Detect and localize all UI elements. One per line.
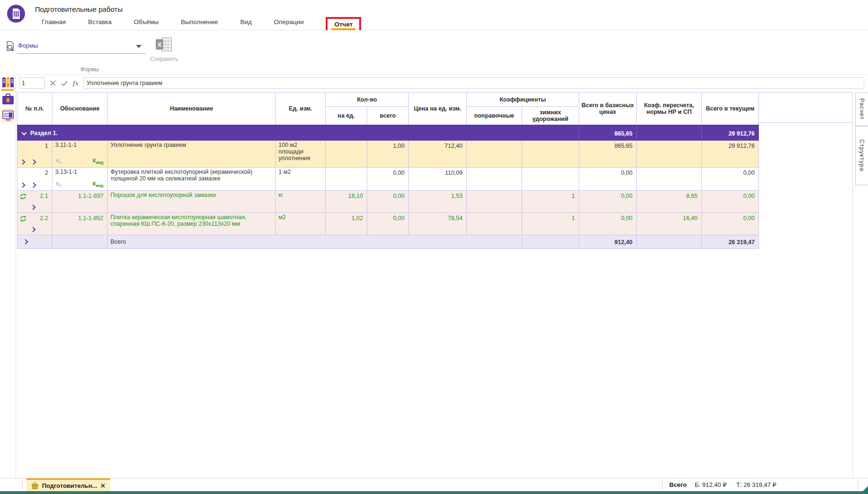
basis-grand-total: Б: 912,40 ₽ bbox=[695, 481, 726, 488]
collapse-section-icon[interactable] bbox=[21, 130, 26, 135]
dropdown-underline bbox=[17, 53, 145, 54]
app-logo-icon bbox=[7, 4, 25, 25]
save-button-label: Сохранить bbox=[150, 56, 177, 62]
save-excel-button[interactable]: X Сохранить bbox=[150, 37, 177, 66]
row-name: Плитка керамическая кислотоупорная шамот… bbox=[108, 213, 276, 235]
row-number: 1 bbox=[45, 143, 48, 149]
tab-vid[interactable]: Вид bbox=[240, 18, 252, 30]
svg-text:X: X bbox=[158, 41, 162, 48]
briefcase-panel-icon[interactable] bbox=[1, 94, 14, 108]
forms-dropdown-value: Формы bbox=[18, 42, 38, 49]
current-grand-total: Т: 26 319,47 ₽ bbox=[736, 481, 776, 488]
row-unit: 100 м2 площади уплотнения bbox=[276, 141, 326, 168]
estimate-table: № п.п. Обоснование Наименование Ед. изм.… bbox=[17, 92, 759, 249]
expand-icon[interactable] bbox=[23, 239, 28, 244]
table-row[interactable]: 2 3.13-1-1 Кп Кинд Футеровка плиткой кис… bbox=[17, 168, 759, 191]
resize-corner[interactable] bbox=[863, 486, 868, 491]
tab-vypolnenie[interactable]: Выполнение bbox=[181, 18, 218, 30]
left-panel-rail bbox=[0, 75, 16, 478]
resource-row[interactable]: 2.2 1.1-1-852 Плитка керамическая кислот… bbox=[17, 213, 759, 235]
expand-icon[interactable] bbox=[20, 182, 25, 187]
col-header-qty-per: на ед. bbox=[326, 107, 367, 126]
col-header-num: № п.п. bbox=[17, 93, 52, 126]
col-header-qty-total: всего bbox=[367, 107, 409, 126]
resource-row[interactable]: 2.1 1.1-1-937 Порошок для кислотоупорной… bbox=[17, 191, 759, 213]
tab-vstavka[interactable]: Вставка bbox=[88, 18, 111, 30]
section-row[interactable]: Раздел 1. 865,65 29 912,76 bbox=[17, 126, 759, 141]
table-row[interactable]: 1 3.11-1-1 Кп Кинд Уплотнение грунта гра… bbox=[17, 141, 759, 168]
row-number: 2 bbox=[45, 170, 48, 176]
kind-coef-label[interactable]: Кинд bbox=[93, 181, 103, 188]
row-unit: кг bbox=[276, 191, 326, 213]
row-code: 3.11-1-1 bbox=[55, 142, 104, 148]
col-header-price: Цена на ед. изм. bbox=[409, 93, 467, 126]
kind-coef-label[interactable]: Кинд bbox=[93, 158, 103, 165]
app-window: Подготовительные работы Главная Вставка … bbox=[0, 0, 868, 494]
total-current: 26 319,47 bbox=[702, 235, 759, 249]
expand-icon[interactable] bbox=[30, 204, 35, 210]
col-header-basis: Всего в базисных ценах bbox=[579, 93, 637, 126]
row-unit: 1 м2 bbox=[276, 168, 326, 191]
row-code: 1.1-1-852 bbox=[52, 213, 108, 235]
total-basis: 912,40 bbox=[579, 235, 637, 249]
forms-dropdown[interactable]: Формы bbox=[6, 41, 145, 54]
document-title: Подготовительные работы bbox=[35, 5, 123, 13]
expand-icon[interactable] bbox=[30, 227, 35, 232]
footer-bar bbox=[0, 491, 868, 494]
documents-panel-icon[interactable] bbox=[1, 77, 14, 90]
cancel-icon[interactable] bbox=[50, 80, 56, 86]
tab-operacii[interactable]: Операции bbox=[274, 18, 303, 30]
row-number: 2.1 bbox=[40, 193, 48, 199]
close-icon[interactable]: × bbox=[101, 482, 105, 490]
total-label: Всего bbox=[108, 235, 522, 249]
row-code: 1.1-1-937 bbox=[52, 191, 108, 213]
kp-coef-label[interactable]: Кп bbox=[56, 181, 61, 188]
excel-icon: X bbox=[155, 37, 172, 52]
tab-obyomy[interactable]: Объёмы bbox=[134, 18, 159, 30]
row-name: Уплотнение грунта гравием bbox=[108, 141, 276, 168]
section-current-total: 29 912,76 bbox=[702, 126, 759, 141]
chevron-down-icon[interactable] bbox=[136, 45, 142, 48]
row-code: 3.13-1-1 bbox=[55, 169, 104, 175]
form-preview-icon bbox=[6, 41, 15, 51]
formula-input[interactable]: Уплотнение грунта гравием bbox=[84, 77, 865, 89]
content-right-boundary bbox=[852, 92, 853, 478]
function-icon[interactable]: fx bbox=[73, 79, 79, 87]
report-view-icon[interactable] bbox=[1, 109, 14, 123]
resource-icon bbox=[20, 215, 26, 223]
ribbon-tabs: Главная Вставка Объёмы Выполнение Вид Оп… bbox=[42, 16, 361, 30]
confirm-icon[interactable] bbox=[61, 80, 68, 86]
row-name: Футеровка плиткой кислотоупорной (керами… bbox=[108, 168, 276, 191]
title-bar: Подготовительные работы Главная Вставка … bbox=[0, 0, 868, 30]
section-basis-total: 865,65 bbox=[579, 126, 637, 141]
kp-coef-label[interactable]: Кп bbox=[56, 158, 61, 165]
col-header-unit: Ед. изм. bbox=[276, 93, 326, 126]
table-header: № п.п. Обоснование Наименование Ед. изм.… bbox=[17, 93, 759, 126]
tab-glavnaya[interactable]: Главная bbox=[42, 18, 66, 30]
formula-bar: 1 fx Уплотнение грунта гравием bbox=[16, 75, 868, 92]
document-tab[interactable]: Подготовительн... × bbox=[26, 478, 110, 492]
toolbar-group-label: Формы bbox=[52, 66, 127, 73]
cell-reference-input[interactable]: 1 bbox=[19, 77, 45, 89]
expand-icon[interactable] bbox=[20, 159, 25, 164]
col-header-coef-corr: поправочные bbox=[467, 107, 522, 126]
col-header-qty-group: Кол-во bbox=[326, 93, 409, 107]
toolbar: Формы X Сохранить Формы bbox=[0, 30, 868, 75]
expand-icon[interactable] bbox=[31, 182, 36, 187]
col-header-coef-winter: зимних удорожаний bbox=[522, 107, 579, 126]
expand-icon[interactable] bbox=[31, 159, 36, 164]
document-tab-label: Подготовительн... bbox=[42, 482, 97, 489]
section-label: Раздел 1. bbox=[30, 130, 58, 136]
side-tab-calculation[interactable]: Расчет bbox=[855, 93, 868, 126]
grand-total-label: Всего bbox=[669, 481, 687, 488]
row-number: 2.2 bbox=[40, 215, 48, 221]
total-row[interactable]: Всего 912,40 26 319,47 bbox=[17, 235, 759, 249]
side-tab-structure[interactable]: Структура bbox=[855, 126, 868, 185]
resource-icon bbox=[20, 193, 26, 201]
row-unit: м2 bbox=[276, 213, 326, 235]
col-header-name: Наименование bbox=[108, 93, 276, 126]
col-header-recalc: Коэф. пересчета, нормы НР и СП bbox=[637, 93, 702, 126]
col-header-coef-group: Коэффициенты bbox=[467, 93, 579, 107]
header-empty-extension bbox=[758, 92, 853, 123]
row-name: Порошок для кислотоупорной замазки bbox=[108, 191, 276, 213]
